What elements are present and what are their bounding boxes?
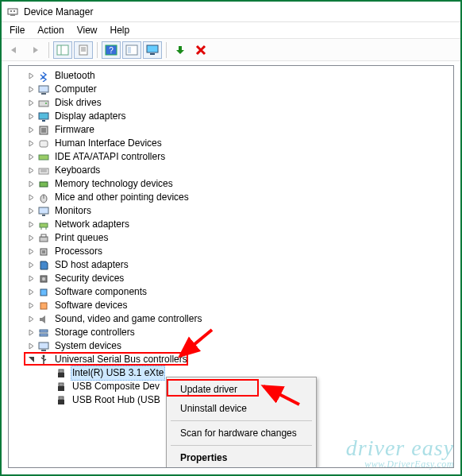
chevron-down-icon[interactable] [26, 355, 36, 365]
chevron-right-icon[interactable] [44, 396, 53, 405]
chevron-right-icon[interactable] [26, 315, 36, 324]
context-menu-item[interactable]: Properties [169, 448, 314, 467]
tree-item-label: Network adapters [53, 218, 131, 231]
svg-rect-15 [150, 53, 155, 55]
svg-rect-6 [79, 45, 87, 55]
svg-point-49 [43, 354, 45, 357]
title-bar: Device Manager [2, 2, 460, 22]
scan-icon[interactable] [122, 41, 141, 59]
tree-category[interactable]: Storage controllers [9, 326, 453, 339]
chevron-right-icon[interactable] [26, 301, 36, 311]
menu-view[interactable]: View [71, 24, 104, 37]
usb-icon [37, 354, 50, 366]
chevron-right-icon[interactable] [26, 328, 36, 338]
svg-rect-37 [40, 237, 48, 242]
tree-category[interactable]: Mice and other pointing devices [9, 191, 453, 204]
tree-category[interactable]: Memory technology devices [9, 177, 453, 191]
svg-rect-52 [59, 383, 64, 386]
svg-rect-17 [41, 93, 46, 95]
tree-item-label: IDE ATA/ATAPI controllers [53, 150, 167, 164]
chevron-right-icon[interactable] [26, 193, 36, 203]
swcomp-icon [37, 286, 50, 299]
tree-category[interactable]: Print queues [9, 231, 453, 245]
tree-category[interactable]: Processors [9, 245, 453, 258]
svg-rect-25 [39, 155, 48, 160]
chevron-right-icon[interactable] [26, 72, 36, 81]
chevron-right-icon[interactable] [26, 261, 36, 270]
monitor-icon[interactable] [143, 41, 162, 59]
chevron-right-icon[interactable] [26, 207, 36, 216]
svg-point-2 [10, 10, 12, 12]
menu-help[interactable]: Help [104, 24, 137, 37]
menu-file[interactable]: File [3, 24, 31, 37]
security-icon [37, 273, 50, 285]
chevron-right-icon[interactable] [26, 153, 36, 162]
tree-item-label: Universal Serial Bus controllers [53, 353, 189, 366]
svg-rect-48 [41, 350, 46, 351]
tree-item-label: Human Interface Devices [53, 137, 164, 150]
tree-item-label: Security devices [53, 272, 125, 285]
chevron-right-icon[interactable] [44, 369, 53, 378]
chevron-right-icon[interactable] [26, 112, 36, 122]
usbdev-icon [55, 394, 67, 407]
svg-rect-34 [40, 223, 48, 227]
chevron-right-icon[interactable] [26, 180, 36, 189]
tree-category[interactable]: Computer [9, 83, 453, 96]
svg-rect-14 [147, 45, 158, 52]
chevron-right-icon[interactable] [26, 85, 36, 95]
tree-category[interactable]: Keyboards [9, 164, 453, 177]
svg-point-3 [13, 10, 15, 12]
help-icon[interactable]: ? [102, 41, 121, 59]
context-menu-separator [171, 445, 312, 446]
tree-category[interactable]: Firmware [9, 123, 453, 137]
context-menu-item[interactable]: Scan for hardware changes [169, 424, 314, 443]
tree-category[interactable]: Human Interface Devices [9, 137, 453, 150]
tree-category[interactable]: Software devices [9, 299, 453, 312]
tree-item-label: SD host adapters [53, 258, 130, 272]
chevron-right-icon[interactable] [26, 220, 36, 230]
tree-item-label: Print queues [53, 231, 110, 245]
tree-category[interactable]: Bluetooth [9, 69, 453, 83]
sd-icon [37, 259, 50, 272]
tree-category[interactable]: Sound, video and game controllers [9, 312, 453, 326]
tree-category[interactable]: IDE ATA/ATAPI controllers [9, 150, 453, 164]
chevron-right-icon[interactable] [26, 234, 36, 243]
tree-item-label: Intel(R) USB 3.1 eXte [71, 366, 165, 381]
context-menu-item[interactable]: Update driver [169, 380, 314, 399]
svg-rect-55 [58, 400, 64, 404]
device-tree[interactable]: BluetoothComputerDisk drivesDisplay adap… [9, 66, 453, 410]
back-icon [5, 41, 24, 59]
computer-icon [37, 83, 50, 96]
context-menu-item[interactable]: Uninstall device [169, 399, 314, 418]
tree-category[interactable]: Network adapters [9, 218, 453, 231]
chevron-right-icon[interactable] [26, 288, 36, 297]
chevron-right-icon[interactable] [44, 382, 53, 392]
tree-item-label: USB Root Hub (USB [71, 393, 162, 407]
storage-icon [37, 327, 50, 339]
chevron-right-icon[interactable] [26, 99, 36, 108]
svg-rect-13 [128, 47, 131, 53]
chevron-right-icon[interactable] [26, 139, 36, 149]
tree-category[interactable]: Monitors [9, 204, 453, 218]
properties-icon[interactable] [74, 41, 93, 59]
tree-category[interactable]: System devices [9, 339, 453, 353]
chevron-right-icon[interactable] [26, 126, 36, 135]
show-hidden-icon[interactable] [53, 41, 72, 59]
tree-category[interactable]: SD host adapters [9, 258, 453, 272]
tree-item-label: Display adapters [53, 110, 127, 123]
chevron-right-icon[interactable] [26, 166, 36, 176]
tree-item-label: Storage controllers [53, 326, 137, 339]
chevron-right-icon[interactable] [26, 274, 36, 284]
uninstall-icon[interactable] [191, 41, 210, 59]
tree-category-usb[interactable]: Universal Serial Bus controllers [9, 353, 453, 366]
tree-category[interactable]: Display adapters [9, 110, 453, 123]
tree-category[interactable]: Disk drives [9, 96, 453, 110]
chevron-right-icon[interactable] [26, 247, 36, 257]
menu-action[interactable]: Action [31, 24, 70, 37]
chevron-right-icon[interactable] [26, 342, 36, 351]
tree-category[interactable]: Software components [9, 285, 453, 299]
tree-item-label: Sound, video and game controllers [53, 312, 203, 326]
tree-category[interactable]: Security devices [9, 272, 453, 285]
svg-rect-29 [40, 182, 48, 187]
add-legacy-icon[interactable] [171, 41, 190, 59]
